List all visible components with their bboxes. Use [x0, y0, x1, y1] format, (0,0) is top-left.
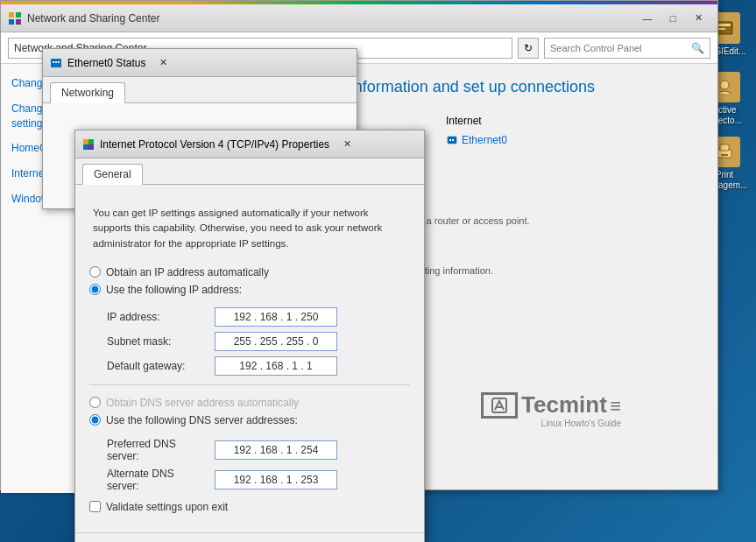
svg-rect-19: [58, 61, 60, 63]
svg-rect-2: [718, 28, 725, 30]
tecmint-suffix: ≡: [610, 395, 621, 417]
svg-rect-10: [16, 19, 21, 25]
nsc-title-text: Network and Sharing Center: [27, 12, 630, 25]
nsc-window-controls: — □ ✕: [635, 9, 710, 28]
ipv4-icon: [82, 138, 95, 151]
ethernet0-link[interactable]: Ethernet0: [462, 134, 507, 146]
svg-rect-8: [16, 12, 21, 18]
access-type-value: Internet: [439, 112, 698, 130]
alternate-dns-input[interactable]: [215, 470, 337, 489]
desktop: ADSIEdit... Active Directo... Print Mana…: [0, 0, 756, 542]
manual-dns-radio-row: Use the following DNS server addresses:: [89, 412, 410, 429]
manual-ip-radio-row: Use the following IP address:: [89, 281, 410, 299]
ipv4-title-text: Internet Protocol Version 4 (TCP/IPv4) P…: [100, 138, 329, 151]
manual-dns-label: Use the following DNS server addresses:: [106, 414, 298, 426]
ipv4-content: You can get IP settings assigned automat…: [75, 195, 424, 532]
dns-fields-container: Preferred DNS server: Alternate DNS serv…: [89, 438, 410, 492]
search-icon: 🔍: [691, 42, 704, 54]
default-gateway-row: Default gateway:: [107, 356, 410, 376]
default-gateway-input[interactable]: [215, 356, 337, 376]
svg-point-3: [720, 81, 729, 89]
validate-checkbox-row: Validate settings upon exit: [89, 501, 410, 513]
svg-rect-9: [9, 19, 14, 25]
preferred-dns-row: Preferred DNS server:: [107, 438, 410, 462]
ethernet-status-title: Ethernet0 Status: [67, 57, 145, 69]
manual-ip-radio[interactable]: [89, 284, 101, 295]
ethernet-status-close-button[interactable]: ✕: [151, 53, 175, 73]
svg-rect-7: [9, 12, 14, 18]
svg-rect-5: [720, 144, 729, 151]
ethernet-status-titlebar: Ethernet0 Status ✕: [43, 49, 357, 77]
tab-general[interactable]: General: [82, 164, 143, 185]
ipv4-buttons: Advanced... OK Cancel: [75, 532, 424, 542]
svg-rect-21: [88, 139, 94, 144]
auto-ip-label: Obtain an IP address automatically: [106, 266, 269, 278]
preferred-dns-input[interactable]: [215, 440, 337, 460]
nsc-close-button[interactable]: ✕: [686, 9, 710, 28]
divider: [89, 384, 410, 385]
nsc-window-icon: [8, 11, 22, 25]
auto-ip-radio[interactable]: [89, 266, 101, 278]
nsc-maximize-button[interactable]: □: [661, 9, 685, 28]
svg-rect-23: [88, 144, 94, 150]
nsc-titlebar: Network and Sharing Center — □ ✕: [1, 4, 717, 32]
nsc-minimize-button[interactable]: —: [635, 9, 660, 28]
tecmint-logo: Tecmint ≡ Linux Howto's Guide: [481, 391, 621, 428]
tab-networking[interactable]: Networking: [50, 82, 125, 103]
ip-fields-container: IP address: Subnet mask: Default gateway…: [89, 307, 410, 376]
ip-address-row: IP address:: [107, 307, 410, 327]
ethernet-status-tab-bar: Networking: [43, 77, 357, 103]
manual-dns-radio[interactable]: [89, 414, 101, 426]
tecmint-tagline: Linux Howto's Guide: [481, 419, 621, 428]
auto-ip-radio-row: Obtain an IP address automatically: [89, 264, 410, 281]
ipv4-tab-bar: General: [75, 158, 424, 185]
subnet-mask-row: Subnet mask:: [107, 332, 410, 351]
svg-rect-18: [55, 61, 57, 63]
ipv4-close-button[interactable]: ✕: [335, 135, 359, 154]
dns-radio-group: Obtain DNS server address automatically …: [89, 394, 410, 429]
alternate-dns-row: Alternate DNS server:: [107, 468, 410, 492]
auto-dns-label: Obtain DNS server address automatically: [106, 397, 299, 409]
default-gateway-label: Default gateway:: [107, 360, 208, 372]
svg-rect-12: [449, 139, 451, 141]
svg-rect-20: [83, 139, 88, 144]
ipv4-description: You can get IP settings assigned automat…: [89, 206, 410, 251]
subnet-mask-label: Subnet mask:: [107, 335, 208, 348]
connections-value: Ethernet0: [439, 131, 698, 151]
ip-address-input[interactable]: [215, 307, 337, 327]
ethernet-icon: Ethernet0: [446, 134, 507, 146]
ethernet-status-controls: ✕: [151, 53, 175, 73]
ip-address-radio-group: Obtain an IP address automatically Use t…: [89, 264, 410, 299]
ip-address-label: IP address:: [107, 311, 208, 323]
ipv4-titlebar: Internet Protocol Version 4 (TCP/IPv4) P…: [75, 130, 424, 158]
ipv4-properties-dialog: Internet Protocol Version 4 (TCP/IPv4) P…: [74, 130, 425, 542]
nsc-search-field[interactable]: 🔍: [544, 38, 710, 59]
validate-label: Validate settings upon exit: [106, 501, 228, 513]
svg-rect-22: [83, 144, 88, 150]
auto-dns-radio-row: Obtain DNS server address automatically: [89, 394, 410, 412]
manual-ip-label: Use the following IP address:: [106, 284, 242, 296]
dns-section: Obtain DNS server address automatically …: [89, 394, 410, 492]
svg-rect-6: [721, 154, 728, 156]
auto-dns-radio[interactable]: [89, 397, 101, 408]
tecmint-name: Tecmint: [521, 391, 607, 418]
color-strip: [1, 1, 717, 4]
ipv4-window-controls: ✕: [335, 135, 359, 154]
validate-checkbox[interactable]: [89, 501, 101, 512]
subnet-mask-input[interactable]: [215, 332, 337, 351]
preferred-dns-label: Preferred DNS server:: [107, 438, 208, 462]
nsc-refresh-button[interactable]: ↻: [518, 38, 539, 59]
nsc-search-input[interactable]: [550, 43, 688, 53]
svg-rect-17: [53, 61, 54, 63]
svg-rect-13: [452, 139, 454, 141]
svg-rect-1: [718, 24, 731, 26]
alternate-dns-label: Alternate DNS server:: [107, 468, 208, 492]
ethernet-status-icon: [50, 57, 62, 69]
